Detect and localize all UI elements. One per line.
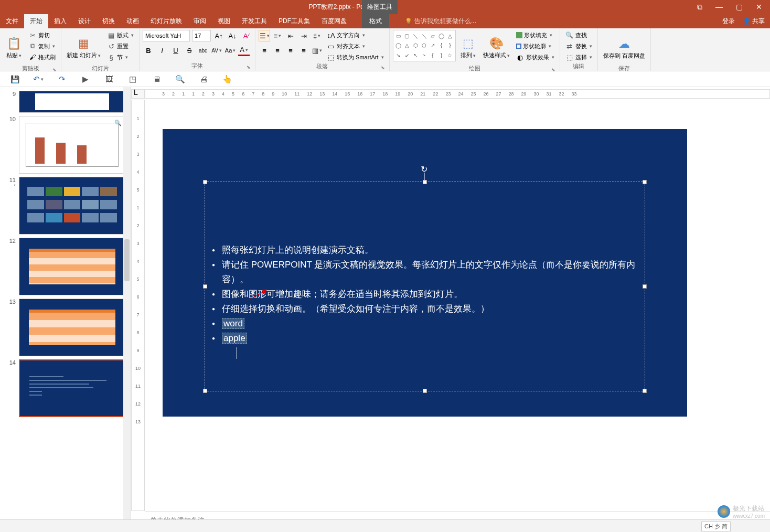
tab-design[interactable]: 设计	[72, 14, 97, 28]
bullets-button[interactable]: ☰	[259, 30, 270, 41]
resize-handle[interactable]	[643, 284, 647, 289]
resize-handle[interactable]	[423, 389, 427, 393]
rotate-handle[interactable]	[421, 164, 429, 173]
font-size-input[interactable]	[192, 30, 211, 41]
shadow-button[interactable]: abc	[197, 45, 209, 56]
paste-button[interactable]: 粘贴	[3, 30, 24, 65]
shape-effects-button[interactable]: ◐形状效果	[514, 52, 557, 62]
section-button[interactable]: 节	[105, 52, 136, 62]
content-textbox[interactable]: 照每张幻灯片上的说明创建演示文稿。请记住 POWERPOINT 是演示文稿的视觉…	[205, 182, 645, 391]
tab-review[interactable]: 审阅	[188, 14, 212, 28]
qat-present-button[interactable]: 🖥	[151, 74, 162, 84]
new-slide-button[interactable]: 新建 幻灯片	[65, 30, 103, 65]
format-painter-button[interactable]: 格式刷	[26, 52, 58, 62]
qat-preview-button[interactable]: 🔍	[175, 74, 185, 84]
align-text-button[interactable]: ▭对齐文本	[325, 41, 386, 51]
tab-developer[interactable]: 开发工具	[236, 14, 273, 28]
underline-button[interactable]: U	[170, 45, 181, 56]
resize-handle[interactable]	[643, 389, 647, 393]
window-maximize-icon[interactable]: ▢	[736, 3, 743, 12]
qat-picture-button[interactable]: 🖼	[104, 74, 114, 84]
shape-fill-button[interactable]: 形状填充	[514, 30, 557, 40]
reset-button[interactable]: 重置	[105, 41, 136, 51]
increase-font-button[interactable]: A↑	[213, 30, 224, 41]
qat-touch-button[interactable]: 👆	[222, 74, 232, 84]
font-name-input[interactable]	[143, 30, 190, 41]
tab-slideshow[interactable]: 幻灯片放映	[145, 14, 188, 28]
ime-indicator[interactable]: CH 乡 简	[701, 522, 731, 531]
strike-button[interactable]: S	[184, 45, 195, 56]
align-right-button[interactable]: ≡	[285, 45, 296, 56]
decrease-indent-button[interactable]: ⇤	[285, 30, 296, 41]
tab-format[interactable]: 格式	[362, 14, 389, 28]
align-left-button[interactable]: ≡	[259, 45, 270, 56]
arrange-button[interactable]: 排列	[458, 30, 479, 65]
tab-transition[interactable]: 切换	[97, 14, 121, 28]
shape-outline-button[interactable]: 形状轮廓	[514, 41, 557, 51]
char-spacing-button[interactable]: AV	[211, 45, 222, 56]
slide-canvas[interactable]: 照每张幻灯片上的说明创建演示文稿。请记住 POWERPOINT 是演示文稿的视觉…	[163, 129, 687, 417]
ribbon-collapse-icon[interactable]: ⧉	[697, 3, 702, 12]
tab-file[interactable]: 文件	[0, 14, 24, 28]
qat-save-button[interactable]	[9, 74, 20, 84]
tab-insert[interactable]: 插入	[48, 14, 72, 28]
resize-handle[interactable]	[203, 180, 207, 184]
share-button[interactable]: 👤 共享	[743, 17, 765, 26]
qat-undo-button[interactable]	[33, 74, 44, 84]
find-button[interactable]: 查找	[563, 30, 594, 40]
numbering-button[interactable]: ≡	[272, 30, 283, 41]
window-minimize-icon[interactable]: —	[715, 3, 723, 12]
copy-button[interactable]: 复制	[26, 41, 58, 51]
resize-handle[interactable]	[203, 389, 207, 393]
bullet-item[interactable]: 请记住 POWERPOINT 是演示文稿的视觉效果。每张幻灯片上的文字仅作为论点…	[210, 258, 639, 287]
qat-object-button[interactable]: ◳	[127, 74, 138, 84]
cut-button[interactable]: 剪切	[26, 30, 58, 40]
bullet-item[interactable]: apple	[210, 331, 639, 346]
thumbnail-scrollbar[interactable]	[123, 87, 131, 532]
bullet-item[interactable]: 照每张幻灯片上的说明创建演示文稿。	[210, 243, 639, 258]
bullet-item[interactable]: 图像和图形可增加趣味；请务必在适当时将其添加到幻灯片。	[210, 287, 639, 302]
font-color-button[interactable]: A	[238, 45, 250, 56]
quick-styles-button[interactable]: 快速样式	[481, 30, 512, 65]
decrease-font-button[interactable]: A↓	[227, 30, 238, 41]
horizontal-ruler[interactable]: 3211234567891011121314151617181920212223…	[145, 89, 770, 99]
resize-handle[interactable]	[423, 180, 427, 184]
bullet-item[interactable]: word	[210, 316, 639, 331]
bold-button[interactable]: B	[143, 45, 154, 56]
replace-button[interactable]: 替换	[563, 41, 594, 51]
drawing-dialog-launcher[interactable]: ⬊	[551, 67, 555, 72]
shapes-gallery[interactable]: ▭▢＼＼▱◯△ ◯△⬡⬠↗{} ↘↙↖~{}☆	[393, 30, 456, 61]
resize-handle[interactable]	[643, 180, 647, 184]
layout-button[interactable]: 版式	[105, 30, 136, 40]
line-spacing-button[interactable]: ‡	[311, 30, 323, 41]
vertical-ruler[interactable]: 1234512345678910111213	[131, 100, 145, 511]
clear-format-button[interactable]: A⁄	[240, 30, 252, 41]
login-link[interactable]: 登录	[722, 17, 735, 26]
italic-button[interactable]: I	[156, 45, 168, 56]
save-to-baidu-button[interactable]: 保存到 百度网盘	[601, 30, 647, 65]
tab-view[interactable]: 视图	[212, 14, 236, 28]
smartart-button[interactable]: ⬚转换为 SmartArt	[325, 52, 386, 62]
thumbnail-pane[interactable]: 9 10 🔍 11* 12 13	[0, 87, 131, 532]
window-close-icon[interactable]: ✕	[756, 3, 762, 12]
tab-baidu[interactable]: 百度网盘	[316, 14, 352, 28]
columns-button[interactable]: ▥	[311, 45, 323, 56]
tab-pdftools[interactable]: PDF工具集	[273, 14, 316, 28]
qat-print-button[interactable]: 🖨	[198, 74, 209, 84]
qat-redo-button[interactable]	[57, 74, 67, 84]
paragraph-dialog-launcher[interactable]: ⬊	[381, 65, 385, 70]
tab-home[interactable]: 开始	[24, 14, 48, 28]
justify-button[interactable]: ≡	[298, 45, 309, 56]
align-center-button[interactable]: ≡	[272, 45, 283, 56]
tell-me-search[interactable]: 告诉我您想要做什么...	[394, 17, 722, 26]
change-case-button[interactable]: Aa	[224, 45, 236, 56]
text-direction-button[interactable]: ↕A文字方向	[325, 30, 386, 40]
increase-indent-button[interactable]: ⇥	[298, 30, 309, 41]
clipboard-dialog-launcher[interactable]: ⬊	[52, 67, 57, 72]
tab-animation[interactable]: 动画	[121, 14, 145, 28]
resize-handle[interactable]	[203, 284, 207, 289]
select-button[interactable]: 选择	[563, 52, 594, 62]
qat-start-button[interactable]: ▶	[80, 74, 91, 84]
bullet-item[interactable]: 仔细选择切换和动画。（希望受众如何专注于内容，而不是效果。）	[210, 302, 639, 316]
font-dialog-launcher[interactable]: ⬊	[247, 65, 251, 70]
